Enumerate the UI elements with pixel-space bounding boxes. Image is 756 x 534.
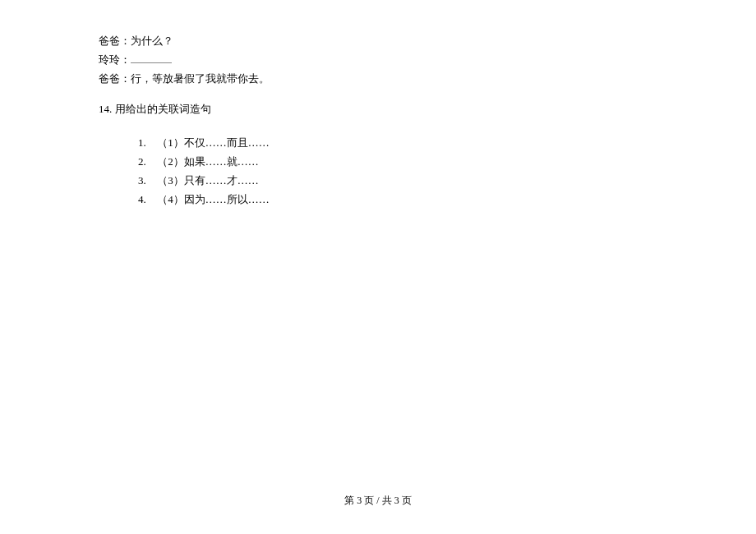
dialogue-line-3: 爸爸：行，等放暑假了我就带你去。 [99, 71, 657, 88]
question-text: 用给出的关联词造句 [115, 103, 211, 115]
speaker-label: 玲玲： [99, 53, 131, 66]
list-item: 1. （1）不仅……而且…… [138, 135, 657, 152]
speaker-label: 爸爸： [99, 72, 131, 85]
page-footer: 第 3 页 / 共 3 页 [0, 494, 756, 508]
list-item: 4. （4）因为……所以…… [138, 191, 657, 209]
item-number: 1. [138, 135, 154, 152]
list-item: 3. （3）只有……才…… [138, 173, 657, 190]
item-text: （1）不仅……而且…… [157, 136, 270, 149]
item-text: （4）因为……所以…… [157, 193, 270, 205]
sub-question-list: 1. （1）不仅……而且…… 2. （2）如果……就…… 3. （3）只有……才… [138, 135, 657, 208]
item-number: 3. [138, 173, 154, 190]
question-14: 14. 用给出的关联词造句 [99, 102, 657, 117]
question-number: 14. [99, 103, 112, 115]
dialogue-text: 为什么？ [131, 35, 173, 47]
dialogue-line-1: 爸爸：为什么？ [99, 33, 657, 50]
item-number: 2. [138, 154, 154, 171]
item-number: 4. [138, 191, 154, 209]
item-text: （3）只有……才…… [157, 174, 259, 186]
dialogue-line-2: 玲玲： [99, 52, 657, 69]
list-item: 2. （2）如果……就…… [138, 154, 657, 171]
page-number: 第 3 页 / 共 3 页 [344, 495, 411, 506]
item-text: （2）如果……就…… [157, 155, 259, 168]
page-content: 爸爸：为什么？ 玲玲： 爸爸：行，等放暑假了我就带你去。 14. 用给出的关联词… [0, 0, 756, 209]
blank-fill [131, 53, 172, 63]
speaker-label: 爸爸： [99, 35, 131, 47]
dialogue-text: 行，等放暑假了我就带你去。 [131, 72, 270, 85]
